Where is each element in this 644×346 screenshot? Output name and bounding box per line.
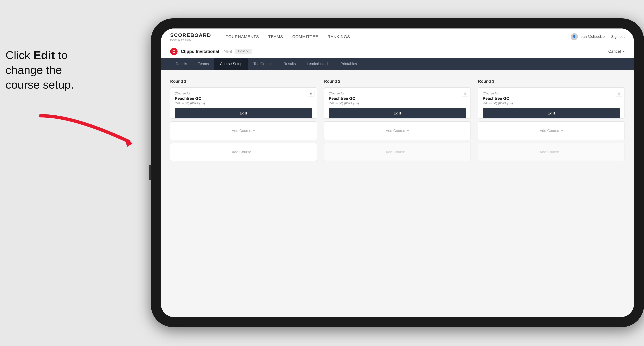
round-1-edit-button[interactable]: Edit xyxy=(175,108,312,118)
round-3-add-course-text-2: Add Course + xyxy=(540,150,563,154)
round-3-course-details: Yellow (M) (6629 yds) xyxy=(483,102,620,105)
tab-details[interactable]: Details xyxy=(170,58,192,70)
clippd-logo: C xyxy=(170,48,178,55)
plus-icon-r2-2: + xyxy=(407,150,409,154)
plus-icon-r3-2: + xyxy=(561,150,563,154)
round-1-course-name: Peachtree GC xyxy=(175,96,312,101)
round-1-add-course-1[interactable]: Add Course + xyxy=(170,122,317,140)
plus-icon-r3-1: + xyxy=(561,129,563,133)
svg-marker-0 xyxy=(125,138,132,147)
nav-tournaments[interactable]: TOURNAMENTS xyxy=(226,34,259,39)
cancel-icon: × xyxy=(622,49,625,54)
tab-leaderboards[interactable]: Leaderboards xyxy=(301,58,335,70)
round-2-add-course-text-2: Add Course + xyxy=(386,150,409,154)
tab-tee-groups[interactable]: Tee Groups xyxy=(248,58,278,70)
round-3-column: Round 3 🗑 (Course A) Peachtree GC Yellow… xyxy=(478,79,625,164)
logo-main-text: SCOREBOARD xyxy=(170,32,211,38)
plus-icon-2: + xyxy=(253,150,255,154)
round-2-course-label: (Course A) xyxy=(329,92,466,95)
plus-icon-1: + xyxy=(253,129,255,133)
round-1-add-course-2[interactable]: Add Course + xyxy=(170,143,317,161)
app-container: SCOREBOARD Powered by clippd TOURNAMENTS… xyxy=(161,28,634,317)
scoreboard-logo: SCOREBOARD Powered by clippd xyxy=(170,32,211,41)
round-3-add-course-text-1: Add Course + xyxy=(540,129,563,133)
user-email: blair@clippd.io xyxy=(580,34,604,39)
round-1-column: Round 1 🗑 (Course A) Peachtree GC Yellow… xyxy=(170,79,317,164)
plus-icon-r2-1: + xyxy=(407,129,409,133)
round-1-course-card: 🗑 (Course A) Peachtree GC Yellow (M) (66… xyxy=(170,87,317,119)
round-2-course-details: Yellow (M) (6629 yds) xyxy=(329,102,466,105)
cancel-button[interactable]: Cancel × xyxy=(608,49,625,54)
top-nav: SCOREBOARD Powered by clippd TOURNAMENTS… xyxy=(161,28,634,45)
trash-icon-r3: 🗑 xyxy=(617,91,621,95)
round-2-course-card: 🗑 (Course A) Peachtree GC Yellow (M) (66… xyxy=(324,87,471,119)
rounds-grid: Round 1 🗑 (Course A) Peachtree GC Yellow… xyxy=(170,79,625,164)
tournament-title: Clippd Invitational xyxy=(181,49,219,54)
user-avatar: 👤 xyxy=(571,33,578,40)
round-2-add-course-2: Add Course + xyxy=(324,143,471,161)
round-3-add-course-1[interactable]: Add Course + xyxy=(478,122,625,140)
round-3-header: Round 3 xyxy=(478,79,625,84)
bold-edit: Edit xyxy=(34,49,55,61)
trash-icon: 🗑 xyxy=(310,91,313,95)
round-2-delete-button[interactable]: 🗑 xyxy=(462,90,468,96)
nav-teams[interactable]: TEAMS xyxy=(268,34,283,39)
logo-sub-text: Powered by clippd xyxy=(170,38,211,41)
round-3-edit-button[interactable]: Edit xyxy=(483,108,620,118)
round-3-course-name: Peachtree GC xyxy=(483,96,620,101)
hosting-badge: Hosting xyxy=(235,49,252,54)
round-1-add-course-text-1: Add Course + xyxy=(232,129,255,133)
round-1-delete-button[interactable]: 🗑 xyxy=(308,90,314,96)
round-3-add-course-2: Add Course + xyxy=(478,143,625,161)
round-2-course-name: Peachtree GC xyxy=(329,96,466,101)
tab-printables[interactable]: Printables xyxy=(335,58,362,70)
instruction-text: Click Edit tochange thecourse setup. xyxy=(6,48,74,92)
gender-badge: (Men) xyxy=(222,49,232,53)
tabs-bar: Details Teams Course Setup Tee Groups Re… xyxy=(161,58,634,70)
tournament-bar: C Clippd Invitational (Men) Hosting Canc… xyxy=(161,45,634,58)
round-2-column: Round 2 🗑 (Course A) Peachtree GC Yellow… xyxy=(324,79,471,164)
user-area: 👤 blair@clippd.io | Sign out xyxy=(571,33,625,40)
tablet-screen: SCOREBOARD Powered by clippd TOURNAMENTS… xyxy=(161,28,634,317)
nav-rankings[interactable]: RANKINGS xyxy=(328,34,350,39)
tournament-name: C Clippd Invitational (Men) Hosting xyxy=(170,48,252,55)
arrow-indicator xyxy=(37,112,147,149)
nav-links: TOURNAMENTS TEAMS COMMITTEE RANKINGS xyxy=(226,34,560,39)
round-1-header: Round 1 xyxy=(170,79,317,84)
round-2-add-course-text-1: Add Course + xyxy=(386,129,409,133)
round-2-add-course-1[interactable]: Add Course + xyxy=(324,122,471,140)
separator: | xyxy=(608,34,608,39)
round-2-edit-button[interactable]: Edit xyxy=(329,108,466,118)
main-content: Round 1 🗑 (Course A) Peachtree GC Yellow… xyxy=(161,70,634,317)
tab-teams[interactable]: Teams xyxy=(192,58,214,70)
trash-icon-r2: 🗑 xyxy=(463,91,466,95)
tab-course-setup[interactable]: Course Setup xyxy=(214,58,248,70)
round-1-course-label: (Course A) xyxy=(175,92,312,95)
round-3-delete-button[interactable]: 🗑 xyxy=(616,90,622,96)
round-1-add-course-text-2: Add Course + xyxy=(232,150,255,154)
round-1-course-details: Yellow (M) (6629 yds) xyxy=(175,102,312,105)
tablet-side-button xyxy=(149,165,151,180)
round-3-course-label: (Course A) xyxy=(483,92,620,95)
tab-results[interactable]: Results xyxy=(278,58,302,70)
tablet-device: SCOREBOARD Powered by clippd TOURNAMENTS… xyxy=(151,18,644,327)
round-3-course-card: 🗑 (Course A) Peachtree GC Yellow (M) (66… xyxy=(478,87,625,119)
sign-out-link[interactable]: Sign out xyxy=(611,34,625,39)
nav-committee[interactable]: COMMITTEE xyxy=(292,34,318,39)
round-2-header: Round 2 xyxy=(324,79,471,84)
